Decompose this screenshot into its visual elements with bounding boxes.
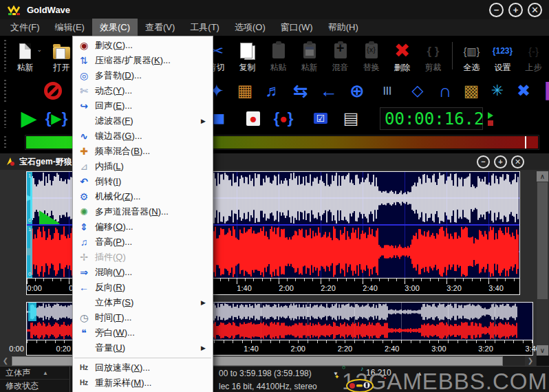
menu-item-label: 删改(C)... [95, 39, 133, 52]
volume-shape-icon: ◇ [412, 83, 424, 98]
vertical-scrollbar[interactable]: ∧ ∨ [537, 171, 548, 356]
scroll-up-icon[interactable]: ∧ [537, 171, 548, 182]
toolbar-grip[interactable] [4, 136, 6, 149]
trim-button[interactable]: { }剪裁 [418, 38, 449, 74]
select-all-button[interactable]: {▥}全选 [456, 38, 487, 74]
playback-rate-icon: Hz [73, 364, 95, 371]
amplitude-label: 1 [28, 173, 31, 179]
dropdown-caret-icon[interactable]: ⌄ [36, 46, 42, 53]
axis-tick-label: 3:00 [405, 284, 419, 292]
modified-status-label: 修改状态 [6, 380, 39, 392]
filter-arch-button[interactable]: ∩ [432, 78, 458, 103]
menu-item-6[interactable]: 窗口(W) [273, 19, 321, 36]
menu-item-time[interactable]: ◷时间(T)... [73, 310, 213, 325]
menu-item-mechanize[interactable]: ⚙机械化(Z)... [73, 189, 213, 204]
channel-mode-cell[interactable]: 立体声 ▲ [0, 367, 70, 380]
interpolate-spark-button[interactable]: ✳ [484, 78, 510, 103]
properties-button[interactable]: ▤ [337, 107, 365, 130]
vertical-scroll-thumb[interactable] [537, 182, 548, 299]
menu-item-censor[interactable]: ◉删改(C)... [73, 38, 213, 53]
toolbar-grip[interactable] [4, 40, 6, 72]
menu-item-offset[interactable]: ⇕偏移(O)... [73, 219, 213, 235]
menu-item-dynamics[interactable]: ✄动态(Y)... [73, 83, 213, 98]
record-new-button[interactable]: ● [239, 107, 267, 130]
menu-item-multichannel-mixer[interactable]: ✺多声道混音器(N)... [73, 204, 213, 219]
doc-maximize-button[interactable]: + [494, 155, 507, 168]
paste-new-button[interactable]: 粘新 [294, 38, 325, 74]
menu-item-7[interactable]: 帮助(H) [321, 19, 366, 36]
menu-item-label: 多声道混音器(N)... [95, 206, 169, 218]
menu-item-resample[interactable]: Hz重新采样(M)... [73, 375, 213, 391]
mix-button[interactable]: 混音 [325, 38, 356, 74]
menu-item-playback-rate[interactable]: Hz回放速率(X)... [73, 360, 213, 375]
doc-close-button[interactable]: ✕ [511, 155, 524, 168]
play-selection-button[interactable]: {▶} [43, 107, 70, 130]
pitch-staff-button[interactable]: ♬ [260, 78, 286, 103]
mixer-colors-button[interactable]: ▦ [232, 78, 258, 103]
invert-icon: ↶ [73, 177, 95, 186]
previous-button[interactable]: {-}上步 [518, 38, 549, 74]
menu-item-voice-over[interactable]: ❝旁白(W)... [73, 325, 213, 340]
menu-item-4[interactable]: 工具(T) [182, 19, 227, 36]
record-selection-button[interactable]: {●} [270, 107, 297, 130]
menu-item-reverb[interactable]: ⇒混响(V)... [73, 265, 213, 280]
axis-tick-label: 3:20 [478, 345, 493, 353]
menu-item-stereo[interactable]: 立体声(S)▶ [73, 295, 213, 310]
scroll-down-icon[interactable]: ∨ [537, 345, 548, 356]
volume-shape-button[interactable]: ◇ [405, 78, 431, 103]
menu-item-plugin[interactable]: ✢插件(Q) [73, 250, 213, 265]
record-new-icon: ● [246, 111, 259, 126]
monitor-button[interactable]: ☑ [307, 107, 334, 130]
axis-tick-label: 1:40 [237, 284, 251, 292]
menu-item-1[interactable]: 编辑(E) [47, 19, 92, 36]
menu-item-frequency-blend[interactable]: ✚频率混合(B)... [73, 144, 213, 159]
play-button[interactable]: ▶ [15, 107, 43, 130]
close-button[interactable]: ✕ [528, 3, 542, 17]
noise-spectrum-button[interactable]: ▩ [458, 78, 484, 103]
menu-item-invert[interactable]: ↶倒转(I) [73, 174, 213, 189]
toolbar-button-label: 粘新 [301, 62, 318, 74]
minimize-button[interactable]: − [489, 3, 504, 17]
menu-item-pitch[interactable]: ♫音高(P)... [73, 235, 213, 250]
menu-item-label: 机械化(Z)... [95, 190, 140, 203]
maximize-button[interactable]: + [508, 3, 523, 17]
sparkle-decoration: ✦ [334, 373, 340, 380]
axis-tick-label: 2:20 [338, 345, 352, 353]
no-entry-button[interactable] [40, 78, 66, 103]
paste-button[interactable]: 粘贴 [263, 38, 294, 74]
toolbar-button-label: 粘贴 [270, 62, 287, 74]
axis-tick-label: 3:20 [446, 284, 461, 292]
replace-button[interactable]: 替换 [356, 38, 387, 74]
reverse-arrow-button[interactable]: ← [316, 78, 342, 103]
menu-item-volume[interactable]: 音量(U)▶ [73, 340, 213, 356]
doc-minimize-button[interactable]: − [477, 155, 490, 168]
channel-mode-label: 立体声 [6, 367, 30, 379]
edge-cut-button[interactable]: ▌ [538, 78, 549, 103]
swap-channels-button[interactable]: ⇆ [288, 78, 314, 103]
meter-zero-marker [525, 136, 526, 149]
menu-item-flanger[interactable]: ∿镶边器(G)... [73, 129, 213, 144]
toolbar-grip[interactable] [4, 80, 6, 102]
menu-item-5[interactable]: 选项(O) [227, 19, 273, 36]
menu-item-reverse[interactable]: ←反向(R) [73, 280, 213, 295]
new-button[interactable]: 粘新⌄ [10, 38, 41, 74]
menu-item-filter[interactable]: 滤波器(F)▶ [73, 113, 213, 129]
game-controller-icon [345, 378, 374, 392]
set-selection-button[interactable]: {123}设置 [487, 38, 518, 74]
equalizer-sliders-button[interactable]: ≡ [374, 78, 400, 103]
offset-circle-button[interactable]: ⊕ [344, 78, 370, 103]
scroll-right-icon[interactable]: ❯ [525, 356, 536, 367]
menu-item-doppler[interactable]: ◎多普勒(D)... [73, 68, 213, 83]
toolbar-grip[interactable] [4, 110, 6, 128]
menu-item-3[interactable]: 查看(V) [138, 19, 182, 36]
menu-item-compressor-expander[interactable]: ⇅压缩器/扩展器(K)... [73, 53, 213, 68]
copy-button[interactable]: 复制 [232, 38, 263, 74]
noise-reduction-button[interactable]: ✖ [510, 78, 537, 103]
menu-item-2[interactable]: 效果(C) [92, 19, 138, 36]
menu-item-0[interactable]: 文件(F) [3, 19, 47, 36]
delete-button[interactable]: ✖删除 [387, 38, 418, 74]
scroll-left-icon[interactable]: ❮ [0, 356, 11, 367]
menu-item-echo[interactable]: ↪回声(E)... [73, 98, 213, 113]
menu-item-interpolate[interactable]: ⊿内插(L) [73, 159, 213, 174]
dynamics-icon: ✄ [73, 86, 95, 96]
